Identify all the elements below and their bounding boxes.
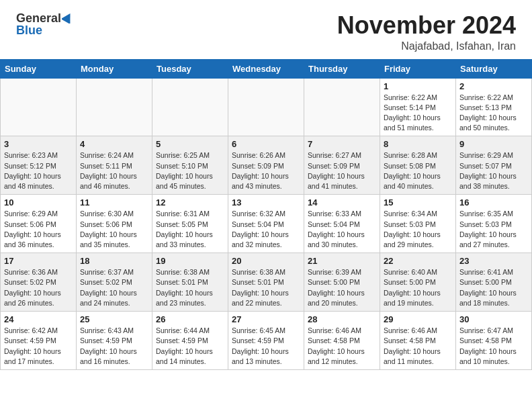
day-info: Sunrise: 6:36 AM Sunset: 5:02 PM Dayligh… [4, 267, 73, 308]
day-number: 26 [156, 314, 224, 324]
day-number: 14 [308, 197, 376, 208]
day-info: Sunrise: 6:45 AM Sunset: 4:59 PM Dayligh… [232, 326, 300, 367]
day-info: Sunrise: 6:31 AM Sunset: 5:05 PM Dayligh… [156, 209, 224, 250]
day-number: 18 [80, 256, 148, 266]
calendar-day-cell: 11Sunrise: 6:30 AM Sunset: 5:06 PM Dayli… [77, 195, 152, 253]
day-number: 11 [80, 197, 148, 208]
day-number: 15 [384, 197, 452, 208]
day-info: Sunrise: 6:22 AM Sunset: 5:14 PM Dayligh… [384, 93, 452, 134]
day-number: 23 [459, 256, 528, 266]
day-info: Sunrise: 6:37 AM Sunset: 5:02 PM Dayligh… [80, 267, 148, 308]
calendar-day-cell [228, 78, 304, 136]
day-info: Sunrise: 6:38 AM Sunset: 5:01 PM Dayligh… [232, 267, 300, 308]
day-number: 2 [459, 81, 528, 91]
page-header: General Blue November 2024 Najafabad, Is… [0, 0, 532, 59]
day-info: Sunrise: 6:44 AM Sunset: 4:59 PM Dayligh… [156, 326, 224, 367]
day-info: Sunrise: 6:24 AM Sunset: 5:11 PM Dayligh… [80, 150, 148, 191]
day-number: 27 [232, 314, 300, 324]
calendar-day-cell: 18Sunrise: 6:37 AM Sunset: 5:02 PM Dayli… [77, 253, 152, 312]
weekday-header-sunday: Sunday [1, 59, 77, 78]
day-info: Sunrise: 6:30 AM Sunset: 5:06 PM Dayligh… [80, 209, 148, 250]
day-number: 7 [308, 139, 376, 149]
day-number: 5 [156, 139, 224, 149]
calendar-day-cell: 24Sunrise: 6:42 AM Sunset: 4:59 PM Dayli… [1, 312, 77, 370]
day-info: Sunrise: 6:23 AM Sunset: 5:12 PM Dayligh… [4, 150, 73, 191]
day-info: Sunrise: 6:42 AM Sunset: 4:59 PM Dayligh… [4, 326, 73, 367]
logo-blue-text: Blue [16, 24, 42, 36]
day-number: 1 [384, 81, 452, 91]
day-info: Sunrise: 6:27 AM Sunset: 5:09 PM Dayligh… [308, 150, 376, 191]
day-number: 22 [384, 256, 452, 266]
calendar-day-cell: 14Sunrise: 6:33 AM Sunset: 5:04 PM Dayli… [304, 195, 380, 253]
calendar-day-cell: 2Sunrise: 6:22 AM Sunset: 5:13 PM Daylig… [456, 78, 532, 136]
calendar-day-cell: 7Sunrise: 6:27 AM Sunset: 5:09 PM Daylig… [304, 136, 380, 195]
calendar-day-cell: 29Sunrise: 6:46 AM Sunset: 4:58 PM Dayli… [380, 312, 456, 370]
calendar-week-row: 3Sunrise: 6:23 AM Sunset: 5:12 PM Daylig… [1, 136, 532, 195]
calendar-day-cell [77, 78, 152, 136]
weekday-header-thursday: Thursday [304, 59, 380, 78]
day-number: 25 [80, 314, 148, 324]
logo: General Blue [16, 12, 74, 36]
calendar-day-cell: 16Sunrise: 6:35 AM Sunset: 5:03 PM Dayli… [456, 195, 532, 253]
calendar-day-cell [152, 78, 228, 136]
day-info: Sunrise: 6:29 AM Sunset: 5:06 PM Dayligh… [4, 209, 73, 250]
day-info: Sunrise: 6:43 AM Sunset: 4:59 PM Dayligh… [80, 326, 148, 367]
month-title: November 2024 [337, 12, 516, 39]
svg-marker-0 [62, 11, 74, 24]
day-number: 24 [4, 314, 73, 324]
calendar-day-cell: 22Sunrise: 6:40 AM Sunset: 5:00 PM Dayli… [380, 253, 456, 312]
calendar-day-cell: 8Sunrise: 6:28 AM Sunset: 5:08 PM Daylig… [380, 136, 456, 195]
day-number: 10 [4, 197, 73, 208]
calendar-day-cell: 23Sunrise: 6:41 AM Sunset: 5:00 PM Dayli… [456, 253, 532, 312]
calendar-day-cell: 6Sunrise: 6:26 AM Sunset: 5:09 PM Daylig… [228, 136, 304, 195]
day-number: 4 [80, 139, 148, 149]
calendar-day-cell: 27Sunrise: 6:45 AM Sunset: 4:59 PM Dayli… [228, 312, 304, 370]
logo-triangle-icon [62, 11, 74, 24]
calendar-day-cell: 1Sunrise: 6:22 AM Sunset: 5:14 PM Daylig… [380, 78, 456, 136]
calendar-week-row: 24Sunrise: 6:42 AM Sunset: 4:59 PM Dayli… [1, 312, 532, 370]
calendar-week-row: 1Sunrise: 6:22 AM Sunset: 5:14 PM Daylig… [1, 78, 532, 136]
day-number: 29 [384, 314, 452, 324]
calendar-header-row: SundayMondayTuesdayWednesdayThursdayFrid… [1, 59, 532, 78]
weekday-header-wednesday: Wednesday [228, 59, 304, 78]
calendar-week-row: 17Sunrise: 6:36 AM Sunset: 5:02 PM Dayli… [1, 253, 532, 312]
calendar-day-cell: 28Sunrise: 6:46 AM Sunset: 4:58 PM Dayli… [304, 312, 380, 370]
day-info: Sunrise: 6:35 AM Sunset: 5:03 PM Dayligh… [459, 209, 528, 250]
day-info: Sunrise: 6:46 AM Sunset: 4:58 PM Dayligh… [308, 326, 376, 367]
day-info: Sunrise: 6:46 AM Sunset: 4:58 PM Dayligh… [384, 326, 452, 367]
day-number: 30 [459, 314, 528, 324]
calendar-day-cell: 30Sunrise: 6:47 AM Sunset: 4:58 PM Dayli… [456, 312, 532, 370]
weekday-header-monday: Monday [77, 59, 152, 78]
day-number: 6 [232, 139, 300, 149]
calendar-day-cell: 4Sunrise: 6:24 AM Sunset: 5:11 PM Daylig… [77, 136, 152, 195]
day-info: Sunrise: 6:33 AM Sunset: 5:04 PM Dayligh… [308, 209, 376, 250]
calendar-day-cell [1, 78, 77, 136]
calendar-day-cell: 19Sunrise: 6:38 AM Sunset: 5:01 PM Dayli… [152, 253, 228, 312]
calendar-day-cell [304, 78, 380, 136]
day-number: 13 [232, 197, 300, 208]
weekday-header-friday: Friday [380, 59, 456, 78]
day-number: 21 [308, 256, 376, 266]
day-info: Sunrise: 6:47 AM Sunset: 4:58 PM Dayligh… [459, 326, 528, 367]
calendar-week-row: 10Sunrise: 6:29 AM Sunset: 5:06 PM Dayli… [1, 195, 532, 253]
calendar-day-cell: 12Sunrise: 6:31 AM Sunset: 5:05 PM Dayli… [152, 195, 228, 253]
calendar-day-cell: 20Sunrise: 6:38 AM Sunset: 5:01 PM Dayli… [228, 253, 304, 312]
calendar-day-cell: 26Sunrise: 6:44 AM Sunset: 4:59 PM Dayli… [152, 312, 228, 370]
day-number: 9 [459, 139, 528, 149]
day-info: Sunrise: 6:41 AM Sunset: 5:00 PM Dayligh… [459, 267, 528, 308]
day-info: Sunrise: 6:26 AM Sunset: 5:09 PM Dayligh… [232, 150, 300, 191]
day-info: Sunrise: 6:38 AM Sunset: 5:01 PM Dayligh… [156, 267, 224, 308]
day-number: 12 [156, 197, 224, 208]
calendar-day-cell: 10Sunrise: 6:29 AM Sunset: 5:06 PM Dayli… [1, 195, 77, 253]
calendar-day-cell: 25Sunrise: 6:43 AM Sunset: 4:59 PM Dayli… [77, 312, 152, 370]
weekday-header-tuesday: Tuesday [152, 59, 228, 78]
day-info: Sunrise: 6:39 AM Sunset: 5:00 PM Dayligh… [308, 267, 376, 308]
day-number: 28 [308, 314, 376, 324]
weekday-header-saturday: Saturday [456, 59, 532, 78]
day-number: 3 [4, 139, 73, 149]
calendar-day-cell: 5Sunrise: 6:25 AM Sunset: 5:10 PM Daylig… [152, 136, 228, 195]
day-info: Sunrise: 6:28 AM Sunset: 5:08 PM Dayligh… [384, 150, 452, 191]
day-info: Sunrise: 6:32 AM Sunset: 5:04 PM Dayligh… [232, 209, 300, 250]
calendar-day-cell: 13Sunrise: 6:32 AM Sunset: 5:04 PM Dayli… [228, 195, 304, 253]
location-title: Najafabad, Isfahan, Iran [337, 40, 516, 52]
